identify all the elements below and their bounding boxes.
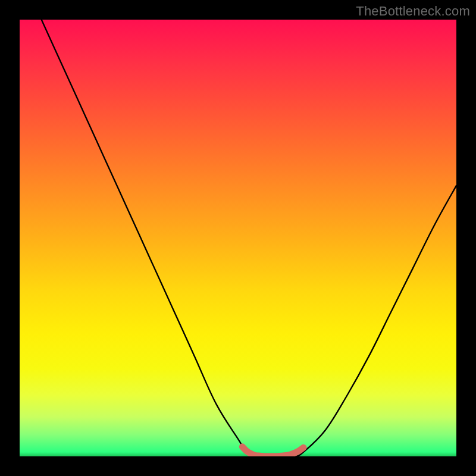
bottleneck-curve-path [42,20,456,456]
chart-svg [20,20,456,456]
plot-area [20,20,456,456]
watermark-text: TheBottleneck.com [356,4,470,19]
valley-marker-path [242,447,303,456]
chart-frame: TheBottleneck.com [0,0,476,476]
